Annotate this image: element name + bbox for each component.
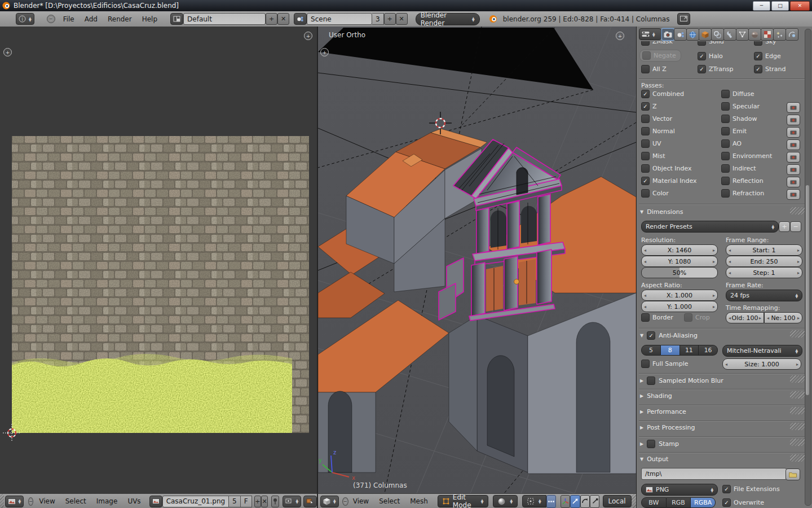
new-image-button[interactable]: + — [254, 496, 261, 507]
tab-particles[interactable] — [773, 28, 786, 41]
manipulate-center-points-toggle[interactable] — [546, 495, 556, 508]
tab-object-data[interactable] — [736, 28, 749, 41]
uv-texture-image[interactable] — [0, 27, 317, 493]
shading-header[interactable]: ▶Shading — [640, 392, 672, 400]
pass-diffuse[interactable]: ✓Diffuse — [721, 90, 754, 98]
pass-normal[interactable]: ✓Normal — [641, 127, 675, 135]
panel-drag-hatch-icon[interactable] — [790, 391, 805, 398]
editor-type-button-info[interactable]: i ▲▼ — [16, 13, 34, 25]
flag-ztransp[interactable]: ✓ZTransp — [698, 65, 734, 73]
tab-world[interactable] — [686, 28, 699, 41]
editor-type-button-uv[interactable]: ▲▼ — [5, 496, 24, 507]
decrement-arrow-icon[interactable]: ◂ — [729, 248, 731, 253]
screen-layout-icon-button[interactable] — [170, 13, 183, 25]
resolution-x-field[interactable]: ◂X: 1460▸ — [641, 244, 718, 256]
add-preset-button[interactable]: + — [779, 221, 790, 232]
viewport-shading-dropdown[interactable]: ▲▼ — [493, 495, 518, 507]
editor-type-button-3d[interactable]: ▲▼ — [320, 496, 339, 507]
panel-drag-hatch-icon[interactable] — [790, 439, 805, 446]
unlink-image-button[interactable]: ✕ — [261, 496, 268, 507]
increment-arrow-icon[interactable]: ▸ — [797, 316, 800, 321]
checkbox[interactable]: ✓ — [721, 189, 730, 198]
increment-arrow-icon[interactable]: ▸ — [797, 270, 800, 275]
pass-uv[interactable]: ✓UV — [641, 139, 661, 148]
stamp-header[interactable]: ▶✓Stamp — [640, 440, 679, 448]
pass-material-index[interactable]: ✓Material Index — [641, 177, 696, 185]
aspect-x-field[interactable]: ◂X: 1.000▸ — [641, 290, 718, 301]
decrement-arrow-icon[interactable]: ◂ — [644, 293, 646, 298]
pass-camera-button-emit[interactable] — [787, 127, 800, 138]
remap-old-field[interactable]: ◂Old: 100▸ — [726, 312, 764, 323]
pass-camera-button-ao[interactable] — [787, 139, 800, 150]
tab-scene[interactable] — [674, 28, 687, 41]
aa-samples-8[interactable]: 8 — [661, 345, 680, 356]
checkbox[interactable]: ✓ — [641, 102, 650, 111]
output-path-field[interactable]: /tmp\ — [641, 468, 787, 480]
v3d-menu-view[interactable]: View — [353, 497, 369, 505]
pass-refraction[interactable]: ✓Refraction — [721, 189, 764, 198]
delete-layout-button[interactable]: ✕ — [277, 13, 289, 25]
checkbox[interactable]: ✓ — [642, 51, 651, 60]
increment-arrow-icon[interactable]: ▸ — [759, 316, 761, 321]
add-layout-button[interactable]: + — [266, 13, 277, 25]
checkbox[interactable]: ✓ — [721, 152, 730, 160]
dimensions-header[interactable]: ▼Dimensions — [640, 208, 683, 216]
checkbox[interactable]: ✓ — [641, 360, 650, 368]
uv-menu-select[interactable]: Select — [65, 497, 86, 505]
window-duplicate-button[interactable] — [677, 13, 690, 25]
flag-strand[interactable]: ✓Strand — [754, 65, 786, 73]
panel-drag-hatch-icon[interactable] — [790, 207, 805, 214]
checkbox[interactable]: ✓ — [647, 376, 655, 385]
image-datablock-icon-button[interactable] — [149, 496, 162, 507]
checkbox[interactable]: ✓ — [641, 139, 650, 148]
checkbox[interactable]: ✓ — [641, 152, 650, 160]
pass-reflection[interactable]: ✓Reflection — [721, 177, 764, 185]
uv-menu-view[interactable]: View — [39, 497, 55, 505]
checkbox[interactable]: ✓ — [647, 331, 655, 340]
add-scene-button[interactable]: + — [384, 13, 396, 25]
pass-camera-button-reflection[interactable] — [787, 177, 800, 187]
panel-drag-hatch-icon[interactable] — [790, 423, 805, 430]
uv-plus-widget-left-icon[interactable]: + — [3, 48, 12, 56]
remap-new-field[interactable]: ◂Ne: 100▸ — [764, 312, 802, 323]
rotate-manipulator-toggle[interactable] — [580, 495, 590, 508]
panel-drag-hatch-icon[interactable] — [790, 407, 805, 414]
checkbox[interactable]: ✓ — [641, 313, 650, 322]
resolution-percentage-slider[interactable]: 50% — [641, 267, 718, 278]
increment-arrow-icon[interactable]: ▸ — [713, 293, 715, 298]
anti-aliasing-header[interactable]: ▼✓Anti-Aliasing — [640, 331, 698, 340]
open-file-browser-button[interactable] — [785, 468, 800, 480]
checkbox[interactable]: ✓ — [641, 65, 650, 73]
panel-drag-hatch-icon[interactable] — [790, 454, 805, 462]
pass-camera-button-indirect[interactable] — [787, 164, 800, 175]
menu-add[interactable]: Add — [85, 15, 98, 23]
v3d-menu-mesh[interactable]: Mesh — [410, 497, 428, 505]
file-format-dropdown[interactable]: PNG▲▼ — [641, 484, 718, 496]
pass-camera-button-refraction[interactable] — [787, 189, 800, 200]
checkbox[interactable]: ✓ — [641, 90, 650, 98]
checkbox[interactable]: ✓ — [641, 41, 650, 46]
checkbox[interactable]: ✓ — [721, 127, 730, 135]
checkbox[interactable]: ✓ — [722, 485, 731, 493]
uv-snap-button[interactable] — [303, 496, 317, 507]
checkbox[interactable]: ✓ — [721, 177, 730, 185]
aa-samples-16[interactable]: 16 — [699, 345, 718, 356]
pass-camera-button-shadow[interactable] — [787, 115, 800, 125]
checkbox[interactable]: ✓ — [698, 65, 706, 73]
flag-edge[interactable]: ✓Edge — [754, 52, 781, 60]
file-extensions-checkbox[interactable]: ✓File Extensions — [722, 485, 780, 493]
overwrite-checkbox[interactable]: ✓Overwrite — [722, 498, 764, 507]
checkbox[interactable]: ✓ — [647, 440, 655, 448]
display-channels-button[interactable]: ▲▼ — [283, 496, 301, 507]
aa-filter-dropdown[interactable]: Mitchell-Netravali▲▼ — [722, 345, 802, 357]
render-presets-dropdown[interactable]: Render Presets▲▼ — [641, 221, 779, 233]
checkbox[interactable]: ✓ — [641, 189, 650, 198]
viewport-3d[interactable]: x y z User Ortho (371) Columnas + + — [318, 27, 636, 493]
flag-zmask[interactable]: ✓ZMask — [641, 41, 673, 46]
checkbox[interactable]: ✓ — [721, 139, 730, 148]
full-sample-checkbox[interactable]: ✓Full Sample — [641, 360, 689, 368]
decrement-arrow-icon[interactable]: ◂ — [644, 248, 646, 253]
increment-arrow-icon[interactable]: ▸ — [796, 362, 798, 367]
increment-arrow-icon[interactable]: ▸ — [713, 304, 715, 309]
manipulator-axes-toggle[interactable] — [561, 495, 570, 508]
